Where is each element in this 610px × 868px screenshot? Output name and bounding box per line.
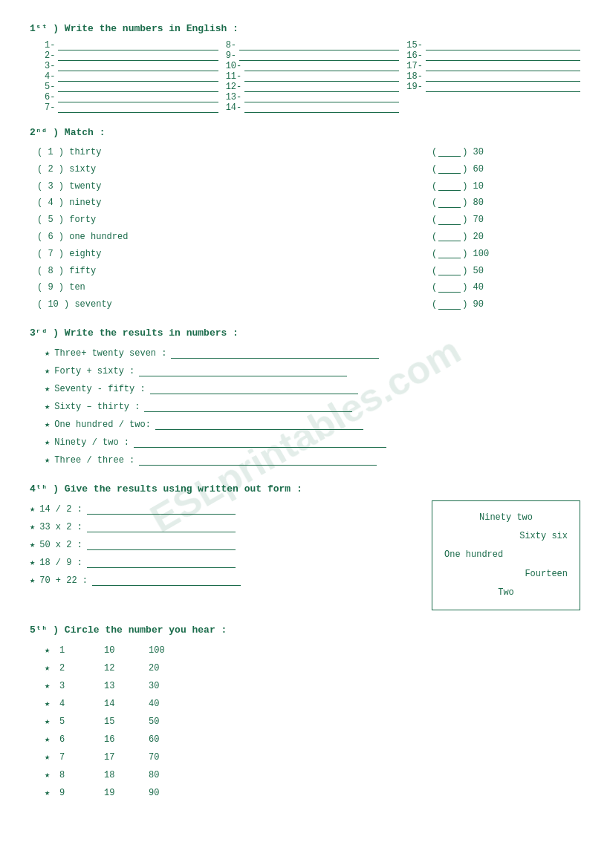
col3: 15- 16- 17- 18- 19-: [406, 40, 580, 113]
circle-row: ★ 2 12 20: [45, 659, 580, 677]
match-item: ( 10 ) seventy: [37, 296, 432, 313]
number-item: 15-: [406, 40, 580, 50]
match-item: ( 6 ) one hundred: [37, 229, 432, 246]
match-right-item: () 80: [432, 195, 580, 212]
result-item: ★ Sixty – thirty :: [45, 398, 580, 416]
match-item: ( 8 ) fifty: [37, 263, 432, 280]
result-item: ★ One hundred / two:: [45, 416, 580, 434]
match-item: ( 3 ) twenty: [37, 178, 432, 195]
answer-box: Ninety two Sixty six One hundred Fourtee…: [432, 500, 580, 610]
match-right-item: () 100: [432, 246, 580, 263]
match-item: ( 2 ) sixty: [37, 161, 432, 178]
section4-left: ★ 14 / 2 : ★ 33 x 2 : ★ 50 x 2 : ★ 18 / …: [30, 500, 417, 590]
number-item: 16-: [406, 50, 580, 61]
answer-line4: Fourteen: [444, 565, 568, 584]
match-item: ( 4 ) ninety: [37, 195, 432, 212]
circle-row: ★ 1 10 100: [45, 642, 580, 659]
match-item: ( 9 ) ten: [37, 279, 432, 296]
section4-title: 4ᵗʰ ) Give the results using written out…: [30, 483, 580, 495]
number-item: 14-: [226, 102, 400, 113]
numbers-grid: 1- 2- 3- 4- 5- 6- 7- 8-: [30, 40, 580, 113]
number-item: 18-: [406, 71, 580, 82]
section3: 3ʳᵈ ) Write the results in numbers : ★ T…: [30, 327, 580, 469]
number-item: 2-: [45, 50, 218, 61]
number-item: 19-: [406, 82, 580, 92]
number-item: 5-: [45, 82, 218, 92]
section5-title: 5ᵗʰ ) Circle the number you hear :: [30, 624, 580, 636]
answer-line5: Two: [444, 584, 568, 602]
answer-line1: Ninety two: [444, 509, 568, 527]
result-item: ★ Three+ twenty seven :: [45, 345, 580, 362]
circle-grid: ★ 1 10 100 ★ 2 12 20 ★ 3 13 30 ★ 4 14 40…: [30, 642, 580, 802]
result-item: ★ Forty + sixty :: [45, 362, 580, 380]
circle-row: ★ 7 17 70: [45, 748, 580, 766]
circle-row: ★ 4 14 40: [45, 695, 580, 713]
match-right-item: () 90: [432, 296, 580, 313]
section4-container: ★ 14 / 2 : ★ 33 x 2 : ★ 50 x 2 : ★ 18 / …: [30, 500, 580, 610]
section5: 5ᵗʰ ) Circle the number you hear : ★ 1 1…: [30, 624, 580, 802]
result-item: ★ Seventy - fifty :: [45, 380, 580, 398]
answer-line3: One hundred: [444, 546, 568, 564]
circle-row: ★ 9 19 90: [45, 784, 580, 802]
number-item: 17-: [406, 61, 580, 71]
col1: 1- 2- 3- 4- 5- 6- 7-: [45, 40, 218, 113]
result-item: ★ 50 x 2 :: [30, 536, 417, 554]
section1-title: 1ˢᵗ ) Write the numbers in English :: [30, 22, 580, 34]
match-right-item: () 10: [432, 178, 580, 195]
number-item: 1-: [45, 40, 218, 50]
number-item: 8-: [226, 40, 400, 50]
result-item: ★ 70 + 22 :: [30, 572, 417, 590]
result-item: ★ 14 / 2 :: [30, 500, 417, 518]
match-container: ( 1 ) thirty ( 2 ) sixty ( 3 ) twenty ( …: [30, 144, 580, 313]
section4: 4ᵗʰ ) Give the results using written out…: [30, 483, 580, 610]
match-left: ( 1 ) thirty ( 2 ) sixty ( 3 ) twenty ( …: [37, 144, 432, 313]
number-item: 3-: [45, 61, 218, 71]
result-item: ★ 33 x 2 :: [30, 518, 417, 536]
match-item: ( 5 ) forty: [37, 212, 432, 229]
circle-row: ★ 6 16 60: [45, 731, 580, 748]
number-item: 7-: [45, 102, 218, 113]
match-right-item: () 70: [432, 212, 580, 229]
match-right-item: () 50: [432, 263, 580, 280]
section1: 1ˢᵗ ) Write the numbers in English : 1- …: [30, 22, 580, 113]
match-item: ( 7 ) eighty: [37, 246, 432, 263]
number-item: 13-: [226, 92, 400, 102]
result-item: ★ 18 / 9 :: [30, 554, 417, 572]
col2: 8- 9- 10- 11- 12- 13- 14-: [226, 40, 400, 113]
results-list: ★ Three+ twenty seven : ★ Forty + sixty …: [30, 345, 580, 469]
number-item: 10-: [226, 61, 400, 71]
match-right-item: () 30: [432, 144, 580, 161]
match-right: () 30 () 60 () 10 () 80 () 70 () 20 () 1…: [432, 144, 580, 313]
circle-row: ★ 3 13 30: [45, 677, 580, 695]
result-item: ★ Three / three :: [45, 451, 580, 469]
section2-title: 2ⁿᵈ ) Match :: [30, 126, 580, 138]
circle-row: ★ 8 18 80: [45, 766, 580, 784]
number-item: 6-: [45, 92, 218, 102]
result-item: ★ Ninety / two :: [45, 434, 580, 451]
answer-line2: Sixty six: [444, 527, 568, 546]
section3-title: 3ʳᵈ ) Write the results in numbers :: [30, 327, 580, 339]
section2: 2ⁿᵈ ) Match : ( 1 ) thirty ( 2 ) sixty (…: [30, 126, 580, 313]
match-right-item: () 40: [432, 279, 580, 296]
number-item: 12-: [226, 82, 400, 92]
circle-row: ★ 5 15 50: [45, 713, 580, 731]
match-item: ( 1 ) thirty: [37, 144, 432, 161]
number-item: 11-: [226, 71, 400, 82]
number-item: 4-: [45, 71, 218, 82]
number-item: 9-: [226, 50, 400, 61]
match-right-item: () 20: [432, 229, 580, 246]
match-right-item: () 60: [432, 161, 580, 178]
